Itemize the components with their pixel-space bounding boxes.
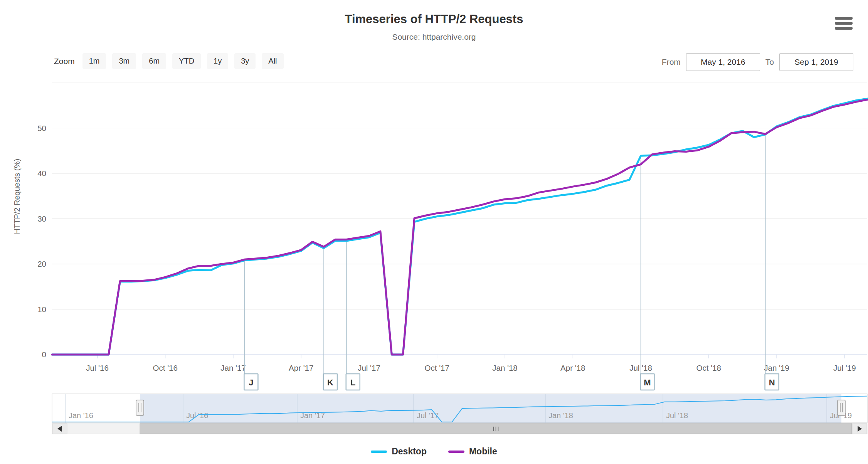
date-range-group: From To: [662, 53, 853, 71]
legend-label: Desktop: [392, 446, 427, 457]
zoom-button-ytd[interactable]: YTD: [172, 53, 201, 69]
y-axis-label: 30: [37, 214, 46, 223]
navigator-handle-right[interactable]: [838, 400, 845, 415]
legend-item-desktop[interactable]: Desktop: [371, 446, 427, 457]
legend-item-mobile[interactable]: Mobile: [448, 446, 497, 457]
flag-N[interactable]: N: [765, 374, 779, 390]
y-axis-label: 10: [37, 305, 46, 314]
y-axis-title: HTTP/2 Requests (%): [13, 211, 22, 234]
navigator-label: Jan '16: [69, 411, 93, 420]
zoom-button-3y[interactable]: 3y: [234, 53, 256, 69]
legend-swatch: [448, 451, 464, 453]
svg-text:L: L: [350, 378, 355, 387]
flag-L[interactable]: L: [346, 374, 360, 390]
zoom-button-all[interactable]: All: [262, 53, 283, 69]
zoom-button-1m[interactable]: 1m: [82, 53, 106, 69]
zoom-button-group: Zoom 1m3m6mYTD1y3yAll: [54, 53, 284, 69]
from-date-input[interactable]: [686, 53, 760, 71]
y-axis-label: 50: [37, 124, 46, 133]
scrollbar-right-arrow[interactable]: [852, 424, 867, 434]
x-axis-label: Apr '17: [289, 363, 313, 372]
x-axis-label: Oct '18: [696, 363, 721, 372]
highstock-chart: Timeseries of HTTP/2 Requests Source: ht…: [0, 0, 868, 464]
hamburger-icon[interactable]: [835, 17, 853, 30]
to-date-input[interactable]: [779, 53, 853, 71]
zoom-button-3m[interactable]: 3m: [112, 53, 136, 69]
svg-text:J: J: [249, 378, 253, 387]
scrollbar-left-arrow[interactable]: [52, 424, 67, 434]
chart-title: Timeseries of HTTP/2 Requests: [0, 12, 868, 26]
x-axis-label: Oct '17: [425, 363, 449, 372]
chart-subtitle: Source: httparchive.org: [0, 32, 868, 42]
navigator-label: Jan '18: [548, 411, 573, 420]
navigator-label: Jul '18: [666, 411, 688, 420]
legend-swatch: [371, 451, 387, 453]
navigator-selected-range[interactable]: [140, 394, 841, 423]
x-axis-label: Oct '16: [153, 363, 178, 372]
navigator-label: Jul '17: [417, 411, 439, 420]
series-desktop[interactable]: [52, 99, 867, 355]
navigator-handle-left[interactable]: [136, 400, 144, 415]
legend-label: Mobile: [469, 446, 497, 457]
zoom-button-6m[interactable]: 6m: [142, 53, 166, 69]
y-axis-label: 20: [37, 259, 46, 268]
to-label: To: [765, 57, 774, 67]
x-axis-label: Jan '18: [492, 363, 517, 372]
x-axis-label: Jul '19: [833, 363, 856, 372]
x-axis-label: Jul '16: [86, 363, 109, 372]
series-mobile[interactable]: [52, 100, 867, 355]
x-axis-label: Jan '17: [220, 363, 246, 372]
zoom-button-1y[interactable]: 1y: [207, 53, 228, 69]
flag-M[interactable]: M: [641, 374, 654, 390]
range-toolbar: Zoom 1m3m6mYTD1y3yAll From To: [0, 53, 868, 72]
from-label: From: [662, 57, 681, 67]
x-axis-label: Jan '19: [764, 363, 789, 372]
x-axis-label: Apr '18: [560, 363, 585, 372]
svg-text:K: K: [327, 378, 333, 387]
y-axis-label: 40: [37, 169, 46, 178]
legend: DesktopMobile: [0, 446, 868, 457]
flag-K[interactable]: K: [323, 374, 337, 390]
x-axis-label: Jul '17: [358, 363, 380, 372]
svg-text:N: N: [769, 378, 775, 387]
y-axis-label: 0: [42, 350, 46, 359]
zoom-label: Zoom: [54, 57, 75, 66]
svg-text:M: M: [644, 378, 651, 387]
flag-J[interactable]: J: [244, 374, 258, 390]
